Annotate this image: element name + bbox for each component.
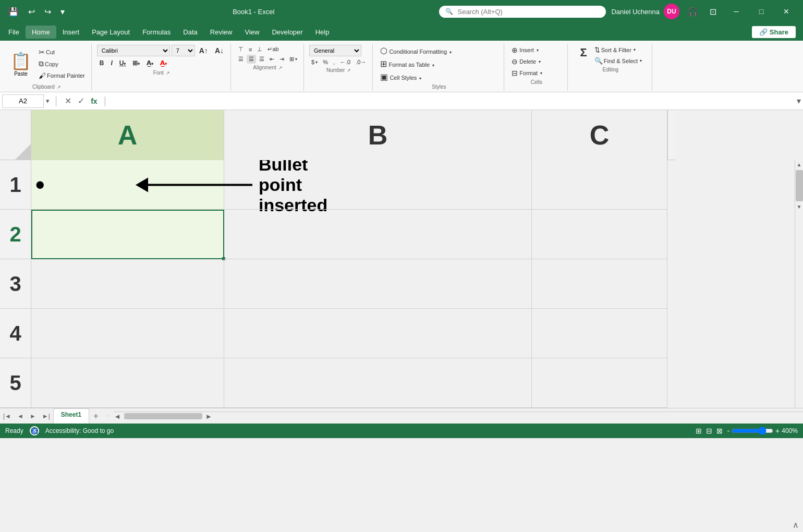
font-color-button[interactable]: A̲▾ <box>157 57 169 69</box>
underline-button[interactable]: U▾ <box>117 57 129 69</box>
percent-button[interactable]: % <box>321 58 330 66</box>
font-size-select[interactable]: 7 <box>172 45 195 56</box>
ribbon-collapse-button[interactable]: ∧ <box>793 520 799 530</box>
comma-button[interactable]: , <box>331 58 337 66</box>
formula-expand-button[interactable]: ▾ <box>797 96 801 106</box>
cell-B3[interactable] <box>224 259 532 309</box>
add-sheet-button[interactable]: + <box>89 408 102 424</box>
normal-view-button[interactable]: ⊞ <box>696 427 702 435</box>
align-right-button[interactable]: ☰ <box>257 55 266 64</box>
h-scroll-thumb[interactable] <box>124 413 202 419</box>
horizontal-scrollbar[interactable]: ◄ ► <box>114 412 803 421</box>
col-header-C[interactable]: C <box>532 110 667 160</box>
row-number-2[interactable]: 2 <box>0 210 31 259</box>
clipboard-expand-icon[interactable]: ↗ <box>57 84 61 90</box>
zoom-out-button[interactable]: - <box>727 427 729 435</box>
cell-B4[interactable] <box>224 309 532 358</box>
cut-button[interactable]: ✂ Cut <box>36 47 87 57</box>
menu-formulas[interactable]: Formulas <box>136 26 177 39</box>
scroll-up-arrow[interactable]: ▲ <box>795 160 803 169</box>
align-bottom-button[interactable]: ⊥ <box>255 45 264 54</box>
indent-dec-button[interactable]: ⇤ <box>267 55 276 64</box>
zoom-in-button[interactable]: + <box>775 427 780 435</box>
cell-C5[interactable] <box>532 358 667 408</box>
insert-button[interactable]: ⊕ Insert ▾ <box>509 45 563 55</box>
accessibility-icon[interactable]: ♿ <box>30 426 39 436</box>
cancel-formula-button[interactable]: ✕ <box>63 95 74 107</box>
insert-function-button[interactable]: fx <box>89 96 99 106</box>
cell-ref-dropdown-button[interactable]: ▾ <box>46 97 50 105</box>
bold-button[interactable]: B <box>97 57 107 69</box>
cell-B1[interactable] <box>224 160 532 210</box>
undo-button[interactable]: ↩ <box>25 5 38 19</box>
menu-page-layout[interactable]: Page Layout <box>86 26 136 39</box>
format-painter-button[interactable]: 🖌 Format Painter <box>36 70 87 81</box>
cell-C2[interactable] <box>532 210 667 259</box>
cell-C4[interactable] <box>532 309 667 358</box>
menu-insert[interactable]: Insert <box>56 26 86 39</box>
format-as-table-button[interactable]: ⊞ Format as Table ▾ <box>378 58 500 70</box>
cell-A1[interactable]: • Bullet point inserted <box>31 160 224 210</box>
h-scroll-right-button[interactable]: ► <box>205 413 212 420</box>
confirm-formula-button[interactable]: ✓ <box>76 95 87 107</box>
menu-home[interactable]: Home <box>26 26 56 39</box>
delete-button[interactable]: ⊖ Delete ▾ <box>509 56 563 67</box>
sheet-nav-left[interactable]: ◄ <box>14 408 27 424</box>
menu-review[interactable]: Review <box>204 26 239 39</box>
decimal-dec-button[interactable]: .0→ <box>354 58 368 66</box>
col-header-A[interactable]: A <box>31 110 224 160</box>
cell-reference-input[interactable] <box>2 94 44 108</box>
number-format-select[interactable]: General <box>309 45 361 56</box>
restore-button[interactable]: □ <box>750 0 773 23</box>
share-button[interactable]: 🔗 Share <box>752 26 796 38</box>
minimize-button[interactable]: ─ <box>725 0 748 23</box>
align-top-button[interactable]: ⊤ <box>236 45 246 54</box>
help-icon-button[interactable]: 🎧 <box>685 5 701 19</box>
menu-file[interactable]: File <box>2 26 26 39</box>
conditional-formatting-button[interactable]: ⬡ Conditional Formatting ▾ <box>378 45 500 57</box>
dollar-button[interactable]: $▾ <box>309 58 320 66</box>
autosum-button[interactable]: Σ <box>577 45 590 66</box>
sheet-nav-right[interactable]: ► <box>27 408 39 424</box>
font-shrink-button[interactable]: A↓ <box>212 45 226 56</box>
row-number-1[interactable]: 1 <box>0 160 31 210</box>
menu-developer[interactable]: Developer <box>265 26 309 39</box>
cell-C3[interactable] <box>532 259 667 309</box>
row-number-3[interactable]: 3 <box>0 259 31 309</box>
scroll-thumb[interactable] <box>796 170 803 201</box>
merge-button[interactable]: ⊞▾ <box>287 55 299 64</box>
align-middle-button[interactable]: ≡ <box>247 45 254 54</box>
h-scroll-left-button[interactable]: ◄ <box>114 413 120 420</box>
cell-A2[interactable] <box>31 210 224 259</box>
cell-styles-button[interactable]: ▣ Cell Styles ▾ <box>378 71 500 83</box>
italic-button[interactable]: I <box>108 57 115 69</box>
formula-input[interactable] <box>111 94 795 108</box>
redo-button[interactable]: ↪ <box>41 5 54 19</box>
menu-data[interactable]: Data <box>177 26 203 39</box>
find-select-button[interactable]: 🔍 Find & Select ▾ <box>592 56 644 66</box>
cell-A4[interactable] <box>31 309 224 358</box>
menu-view[interactable]: View <box>238 26 265 39</box>
fill-color-button[interactable]: A̲▾ <box>144 57 156 69</box>
customize-quick-access-button[interactable]: ▾ <box>57 5 68 19</box>
vertical-scrollbar[interactable]: ▲ ▼ <box>795 160 803 408</box>
sort-filter-button[interactable]: ⇅ Sort & Filter ▾ <box>592 45 644 55</box>
scroll-down-arrow[interactable]: ▼ <box>795 202 803 211</box>
wrap-text-button[interactable]: ↵ab <box>265 45 281 54</box>
copy-button[interactable]: ⧉ Copy <box>36 58 87 69</box>
indent-inc-button[interactable]: ⇥ <box>277 55 286 64</box>
col-header-B[interactable]: B <box>224 110 532 160</box>
number-expand-icon[interactable]: ↗ <box>347 68 351 73</box>
align-left-button[interactable]: ☰ <box>236 55 246 64</box>
page-break-view-button[interactable]: ⊠ <box>716 427 723 435</box>
page-layout-view-button[interactable]: ⊟ <box>706 427 712 435</box>
alignment-expand-icon[interactable]: ↗ <box>278 65 283 70</box>
ribbon-display-button[interactable]: ⊡ <box>707 5 720 19</box>
sheet-tab-sheet1[interactable]: Sheet1 <box>53 408 89 424</box>
cell-A3[interactable] <box>31 259 224 309</box>
cell-A5[interactable] <box>31 358 224 408</box>
cell-C1[interactable] <box>532 160 667 210</box>
search-input[interactable] <box>457 8 600 16</box>
row-number-5[interactable]: 5 <box>0 358 31 408</box>
border-button[interactable]: ⊞▾ <box>130 57 142 69</box>
